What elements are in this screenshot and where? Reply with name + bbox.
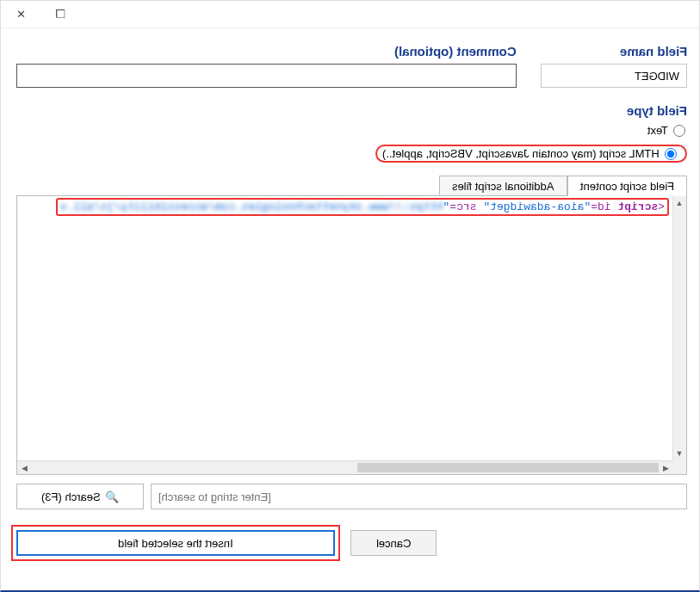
insert-button[interactable]: Insert the selected field	[16, 530, 335, 556]
scroll-up-icon[interactable]: ▲	[672, 196, 686, 210]
close-window-button[interactable]: ✕	[1, 1, 40, 28]
scroll-corner	[672, 460, 686, 474]
code-line: <script id="aioa-adawidget" src="https:/…	[56, 198, 669, 216]
scroll-thumb-h[interactable]	[357, 463, 659, 472]
title-bar: ✕ ❐	[1, 1, 699, 28]
field-name-label: Field name	[541, 44, 687, 59]
scroll-right-icon[interactable]: ▶	[659, 461, 672, 475]
field-type-radio-html[interactable]: HTML script (may contain Javascript, VBS…	[375, 145, 687, 163]
close-icon: ✕	[16, 8, 26, 21]
search-button-label: Search (F3)	[41, 490, 101, 503]
code-editor[interactable]: <script id="aioa-adawidget" src="https:/…	[16, 195, 687, 475]
radio-html-label: HTML script (may contain Javascript, VBS…	[382, 147, 660, 160]
script-tabs: Field script content Additional script f…	[16, 175, 687, 195]
cancel-button[interactable]: Cancel	[350, 530, 437, 556]
vertical-scrollbar[interactable]: ▲ ▼	[672, 196, 686, 460]
tab-additional-files[interactable]: Additional script files	[439, 176, 567, 196]
field-type-label: Field type	[16, 103, 687, 118]
comment-label: Comment (optional)	[16, 44, 517, 59]
comment-input[interactable]	[16, 64, 517, 88]
horizontal-scrollbar[interactable]: ◀ ▶	[17, 460, 672, 474]
radio-text-input[interactable]	[673, 125, 685, 137]
search-input[interactable]	[151, 484, 687, 509]
search-icon: 🔍	[105, 490, 119, 503]
scroll-down-icon[interactable]: ▼	[672, 447, 686, 460]
radio-text-label: Text	[647, 124, 668, 137]
scroll-left-icon[interactable]: ◀	[17, 461, 31, 475]
field-name-input[interactable]	[541, 64, 687, 88]
radio-html-input[interactable]	[665, 148, 677, 160]
restore-icon: ❐	[55, 8, 65, 21]
field-type-radio-text[interactable]: Text	[16, 123, 687, 138]
search-button[interactable]: 🔍 Search (F3)	[16, 484, 144, 509]
tab-script-content[interactable]: Field script content	[567, 176, 687, 196]
restore-window-button[interactable]: ❐	[40, 1, 80, 28]
